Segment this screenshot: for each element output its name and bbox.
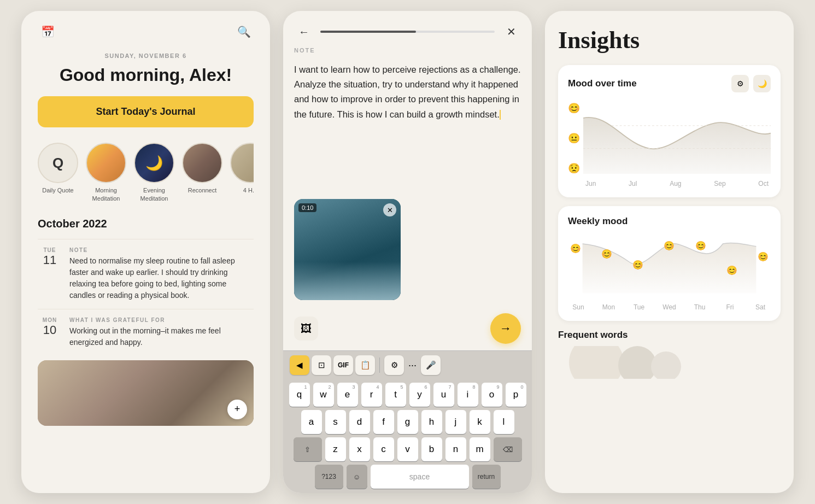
table-row[interactable]: TUE 11 NOTE Need to normalise my sleep r… [38, 239, 254, 309]
gif-button[interactable]: GIF [333, 355, 353, 375]
table-row[interactable]: MON 10 WHAT I WAS GRATEFUL FOR Working o… [38, 309, 254, 356]
weekly-emoji-wed: 😊 [664, 241, 675, 251]
weekly-label-sun: Sun [570, 303, 587, 311]
microphone-button[interactable]: 🎤 [421, 355, 441, 375]
key-b[interactable]: b [421, 437, 442, 461]
progress-bar [320, 31, 495, 33]
story-item-reconnect[interactable]: Reconnect [182, 143, 222, 202]
calendar-icon[interactable]: 📅 [38, 22, 57, 42]
story-item-morning-meditation[interactable]: Morning Meditation [86, 143, 126, 202]
key-o[interactable]: o9 [482, 383, 502, 407]
start-journal-button[interactable]: Start Today's Journal [38, 96, 254, 127]
key-v[interactable]: v [397, 437, 418, 461]
key-g[interactable]: g [397, 410, 418, 434]
key-num-toggle[interactable]: ?123 [315, 465, 343, 489]
key-x[interactable]: x [349, 437, 370, 461]
story-circles-container: Q Daily Quote Morning Meditation 🌙 Eveni… [38, 143, 254, 202]
key-a[interactable]: a [301, 410, 322, 434]
mood-chart: 😊 😐 😟 Jun [568, 100, 771, 187]
key-l[interactable]: l [494, 410, 514, 434]
search-icon[interactable]: 🔍 [234, 22, 254, 42]
weekly-x-labels: Sun Mon Tue Wed Thu Fri Sat [568, 303, 771, 311]
entry-date: MON 10 [38, 317, 62, 348]
attach-image-button[interactable]: 🖼 [294, 317, 318, 341]
key-shift[interactable]: ⇧ [294, 437, 322, 461]
sticker-button[interactable]: ⊡ [312, 355, 331, 375]
entry-content: WHAT I WAS GRATEFUL FOR Working out in t… [69, 317, 254, 348]
key-t[interactable]: t5 [385, 383, 406, 407]
story-item-4h[interactable]: 4 H... [230, 143, 254, 202]
mood-emoji-neutral: 😐 [568, 132, 580, 144]
note-text[interactable]: I want to learn how to perceive rejectio… [283, 58, 532, 192]
story-label-morning-meditation: Morning Meditation [86, 186, 126, 202]
story-item-evening-meditation[interactable]: 🌙 Evening Meditation [134, 143, 174, 202]
video-timer: 0:10 [298, 203, 316, 212]
frequent-words-title: Frequent words [558, 330, 781, 341]
key-r[interactable]: r4 [361, 383, 382, 407]
keyboard-toolbar: ◀ ⊡ GIF 📋 ⚙ ··· 🎤 [283, 350, 532, 379]
entry-image: + [38, 360, 254, 426]
settings-icon-btn[interactable]: ⚙ [731, 75, 749, 92]
key-n[interactable]: n [445, 437, 466, 461]
weekly-emoji-sun: 😊 [570, 243, 581, 254]
more-button[interactable]: ··· [406, 360, 419, 371]
key-y[interactable]: y6 [409, 383, 430, 407]
key-return[interactable]: return [472, 465, 501, 489]
weekly-card-header: Weekly mood [568, 216, 771, 227]
key-w[interactable]: w2 [313, 383, 334, 407]
close-icon[interactable]: ✕ [501, 22, 521, 42]
story-label-reconnect: Reconnect [188, 186, 217, 194]
key-d[interactable]: d [349, 410, 370, 434]
entry-day-num: 10 [38, 323, 62, 337]
key-space[interactable]: space [371, 465, 469, 489]
add-button[interactable]: + [227, 400, 247, 419]
weekly-label-wed: Wed [661, 303, 678, 311]
key-k[interactable]: k [470, 410, 490, 434]
video-close-button[interactable]: ✕ [383, 203, 396, 216]
entry-type: WHAT I WAS GRATEFUL FOR [69, 317, 254, 323]
entry-day-name: TUE [38, 247, 62, 253]
journal-entries: TUE 11 NOTE Need to normalise my sleep r… [38, 239, 254, 426]
key-s[interactable]: s [325, 410, 346, 434]
story-circle-reconnect [182, 143, 222, 183]
key-q[interactable]: q1 [289, 383, 310, 407]
settings-button[interactable]: ⚙ [384, 355, 404, 375]
send-button[interactable]: → [490, 313, 521, 344]
key-h[interactable]: h [421, 410, 442, 434]
key-j[interactable]: j [445, 410, 466, 434]
key-z[interactable]: z [325, 437, 346, 461]
moon-icon-btn[interactable]: 🌙 [753, 75, 771, 92]
card-header: Mood over time ⚙ 🌙 [568, 75, 771, 92]
video-attachment[interactable]: 0:10 ✕ [294, 199, 401, 300]
chart-x-labels: Jun Jul Aug Sep Oct [583, 180, 771, 187]
entry-date: TUE 11 [38, 247, 62, 301]
card-icons: ⚙ 🌙 [731, 75, 771, 92]
story-item-daily-quote[interactable]: Q Daily Quote [38, 143, 78, 202]
key-c[interactable]: c [373, 437, 394, 461]
weekly-emoji-mon: 😊 [601, 249, 612, 259]
key-m[interactable]: m [470, 437, 490, 461]
key-p[interactable]: p0 [506, 383, 526, 407]
key-e[interactable]: e3 [337, 383, 358, 407]
mood-emoji-happy: 😊 [568, 102, 580, 114]
clipboard-button[interactable]: 📋 [355, 355, 375, 375]
weekly-emoji-tue: 😊 [632, 260, 643, 270]
back-icon[interactable]: ← [294, 22, 314, 42]
weekly-label-fri: Fri [722, 303, 738, 311]
key-i[interactable]: i8 [458, 383, 478, 407]
key-u[interactable]: u7 [433, 383, 454, 407]
entry-content: NOTE Need to normalise my sleep routine … [69, 247, 254, 301]
story-label-evening-meditation: Evening Meditation [134, 186, 174, 202]
entry-day-name: MON [38, 317, 62, 323]
chart-label-aug: Aug [670, 180, 681, 187]
chart-label-jun: Jun [585, 180, 596, 187]
weekly-label-thu: Thu [691, 303, 708, 311]
keyboard-toggle-button[interactable]: ◀ [290, 355, 309, 375]
key-delete[interactable]: ⌫ [494, 437, 522, 461]
weekly-mood-title: Weekly mood [568, 216, 628, 227]
key-emoji[interactable]: ☺ [347, 465, 367, 489]
key-f[interactable]: f [373, 410, 394, 434]
date-label: SUNDAY, NOVEMBER 6 [38, 52, 254, 59]
note-panel: ← ✕ NOTE I want to learn how to perceive… [283, 11, 532, 493]
top-bar: 📅 🔍 [38, 11, 254, 47]
